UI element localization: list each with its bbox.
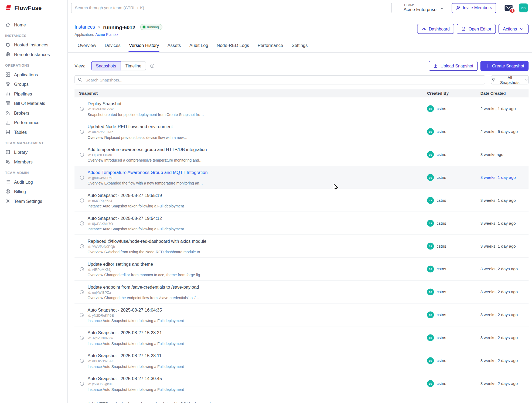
snapshot-title[interactable]: Auto Snapshot - 2025-08-27 19:54:12: [87, 216, 184, 221]
flowfuse-logo[interactable]: FlowFuse: [0, 0, 67, 16]
snapshot-title[interactable]: Auto Snapshot - 2025-08-27 14:30:45: [87, 376, 184, 381]
notifications-button[interactable]: 5: [504, 4, 513, 11]
sidebar-item-pipelines[interactable]: Pipelines: [0, 89, 67, 98]
tab-overview[interactable]: Overview: [77, 42, 96, 52]
search-icon: [78, 77, 83, 82]
actions-button[interactable]: Actions: [499, 24, 529, 34]
sidebar-item-hosted-instances[interactable]: Hosted Instances: [0, 40, 67, 49]
sidebar-item-members[interactable]: Members: [0, 157, 67, 166]
snapshots-toggle[interactable]: Snapshots: [91, 61, 121, 70]
sidebar-nav: Home INSTANCES Hosted Instances Remote I…: [0, 16, 67, 206]
application-label: Application:: [74, 32, 94, 36]
sidebar-item-team-settings[interactable]: Team Settings: [0, 196, 67, 206]
snapshot-cell: Update editor settings and theme id: AlR…: [74, 261, 427, 277]
snapshot-search-input[interactable]: [74, 75, 485, 84]
table-row[interactable]: Auto Snapshot - 2025-08-27 19:54:12 id: …: [74, 212, 528, 235]
snapshot-title[interactable]: Auto Snapshot - 2025-08-27 15:28:21: [87, 330, 184, 335]
table-row[interactable]: Add temperature awareness group and HTTP…: [74, 143, 528, 166]
table-row[interactable]: Auto Snapshot - 2025-08-27 19:55:19 id: …: [74, 189, 528, 212]
tab-version-history[interactable]: Version History: [129, 42, 159, 52]
team-selector[interactable]: TEAM: Acme Enterprise: [404, 4, 444, 12]
breadcrumb-instances-link[interactable]: Instances: [74, 24, 95, 30]
snapshot-title[interactable]: Deploy Snapshot: [87, 101, 204, 106]
created-by-name: cstns: [436, 312, 446, 317]
snapshot-filter-dropdown[interactable]: All Snapshots: [491, 75, 528, 84]
sidebar-section-instances: INSTANCES: [0, 29, 67, 40]
table-row[interactable]: Replaced @flowfuse/node-red-dashboard wi…: [74, 235, 528, 258]
snapshot-title[interactable]: Added Temperature Awareness Group and MQ…: [87, 170, 207, 175]
table-row[interactable]: Deploy Snapshot id: X3o6Bw1k9W Snapshot …: [74, 97, 528, 120]
created-by-name: cstns: [436, 129, 446, 134]
home-icon: [5, 22, 11, 27]
flowfuse-app: FlowFuse Home INSTANCES Hosted Instances…: [0, 0, 532, 403]
sidebar-item-label: Audit Log: [14, 179, 33, 185]
snapshot-cell: Auto Snapshot - 2025-08-27 15:28:21 id: …: [74, 330, 427, 346]
flowfuse-logo-icon: [4, 4, 12, 12]
sidebar-item-groups[interactable]: Groups: [0, 79, 67, 89]
table-row[interactable]: Updated Node-RED flows and environment i…: [74, 120, 528, 143]
snapshot-title[interactable]: Auto Snapshot - 2025-08-27 16:04:35: [87, 307, 184, 312]
invite-members-button[interactable]: Invite Members: [452, 3, 496, 13]
avatar: cs: [427, 312, 434, 318]
snapshot-title[interactable]: Add HTTP endpoint for saving credentials…: [87, 402, 216, 403]
sidebar-item-bill-of-materials[interactable]: Bill Of Materials: [0, 98, 67, 108]
snapshot-id: id: yN2DReKP9E: [87, 313, 184, 317]
tab-node-red-logs[interactable]: Node-RED Logs: [216, 42, 249, 52]
table-row[interactable]: Auto Snapshot - 2025-08-27 16:04:35 id: …: [74, 303, 528, 326]
dashboard-button[interactable]: Dashboard: [417, 24, 454, 34]
date-created: 3 weeks, 2 days ago: [480, 335, 529, 340]
list-icon: [5, 179, 11, 185]
chevron-down-icon: [524, 78, 528, 82]
timeline-toggle[interactable]: Timeline: [121, 61, 146, 70]
tab-settings[interactable]: Settings: [291, 42, 308, 52]
table-row[interactable]: Added Temperature Awareness Group and MQ…: [74, 166, 528, 189]
snapshot-id: id: JxpPJNKPZw: [87, 336, 184, 340]
sidebar-item-brokers[interactable]: Brokers: [0, 108, 67, 117]
snapshot-title[interactable]: Update endpoint from /save-credentials t…: [87, 284, 199, 289]
tab-assets[interactable]: Assets: [167, 42, 181, 52]
snapshot-id: id: OjBPrO3Da0: [87, 153, 207, 157]
snapshot-title[interactable]: Updated Node-RED flows and environment: [87, 124, 187, 129]
table-row[interactable]: Auto Snapshot - 2025-08-27 15:28:11 id: …: [74, 349, 528, 372]
open-editor-button[interactable]: Open Editor: [457, 24, 496, 34]
sidebar-item-performance[interactable]: Performance: [0, 118, 67, 127]
clock-icon: [79, 106, 84, 111]
created-by-cell: cs cstns: [427, 105, 480, 112]
table-row[interactable]: Add HTTP endpoint for saving credentials…: [74, 395, 528, 403]
avatar: cs: [427, 380, 434, 387]
created-by-cell: cs cstns: [427, 334, 480, 341]
sidebar-item-remote-instances[interactable]: Remote Instances: [0, 50, 67, 59]
snapshot-title[interactable]: Update editor settings and theme: [87, 261, 204, 267]
date-created: 3 weeks, 1 day ago: [480, 198, 529, 203]
tab-performance[interactable]: Performance: [257, 42, 284, 52]
snapshot-title[interactable]: Replaced @flowfuse/node-red-dashboard wi…: [87, 238, 206, 244]
sidebar-item-tables[interactable]: Tables: [0, 127, 67, 136]
tab-audit-log[interactable]: Audit Log: [189, 42, 209, 52]
table-row[interactable]: Update endpoint from /save-credentials t…: [74, 281, 528, 303]
table-row[interactable]: Update editor settings and theme id: AlR…: [74, 258, 528, 281]
book-icon: [5, 149, 11, 155]
sidebar-item-billing[interactable]: Billing: [0, 187, 67, 196]
snapshot-title[interactable]: Auto Snapshot - 2025-08-27 19:55:19: [87, 193, 184, 198]
avatar: cs: [427, 220, 434, 227]
snapshot-title[interactable]: Add temperature awareness group and HTTP…: [87, 147, 207, 152]
clock-icon: [79, 381, 84, 386]
application-link[interactable]: Acme Plantzz: [95, 32, 118, 36]
user-avatar[interactable]: cs: [519, 4, 528, 12]
info-icon[interactable]: [150, 63, 155, 68]
upload-snapshot-button[interactable]: Upload Snapshot: [429, 61, 478, 71]
table-row[interactable]: Auto Snapshot - 2025-08-27 15:28:21 id: …: [74, 326, 528, 349]
create-snapshot-button[interactable]: Create Snapshot: [480, 61, 528, 71]
team-search-input[interactable]: [71, 3, 392, 13]
tab-devices[interactable]: Devices: [104, 42, 121, 52]
status-label: running: [147, 25, 159, 29]
sidebar-section-team-management: TEAM MANAGEMENT: [0, 137, 67, 147]
table-row[interactable]: Auto Snapshot - 2025-08-27 14:30:45 id: …: [74, 372, 528, 395]
funnel-icon: [491, 78, 495, 82]
view-toggle: Snapshots Timeline: [91, 61, 146, 70]
sidebar-item-library[interactable]: Library: [0, 147, 67, 157]
sidebar-item-applications[interactable]: Applications: [0, 70, 67, 79]
snapshot-title[interactable]: Auto Snapshot - 2025-08-27 15:28:11: [87, 353, 184, 358]
sidebar-item-audit-log[interactable]: Audit Log: [0, 177, 67, 186]
sidebar-item-home[interactable]: Home: [0, 20, 67, 29]
